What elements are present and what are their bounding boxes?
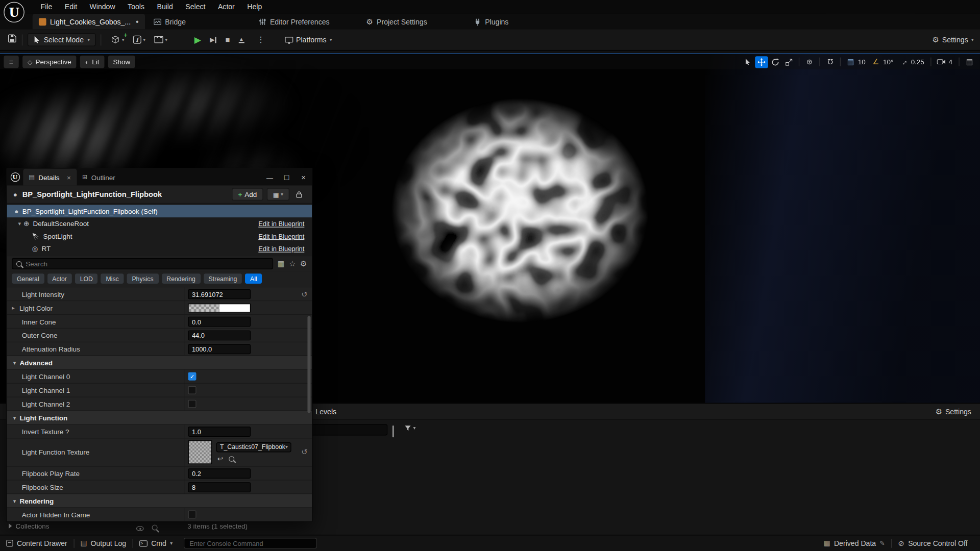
filter-all[interactable]: All: [245, 273, 262, 284]
grid-sn ap-toggle[interactable]: ▦: [844, 56, 857, 68]
tab-bridge[interactable]: Bridge: [148, 14, 192, 30]
rotation-snap-value[interactable]: 10°: [883, 58, 893, 66]
menu-actor[interactable]: Actor: [212, 3, 241, 11]
save-button[interactable]: [8, 34, 17, 45]
play-button[interactable]: ▶: [194, 35, 201, 45]
texture-thumbnail[interactable]: [188, 440, 212, 464]
add-component-button[interactable]: + Add: [232, 188, 263, 201]
camera-speed-button[interactable]: [935, 56, 948, 68]
texture-asset-combo[interactable]: T_Caustics07_Flipbook ▾: [216, 442, 291, 452]
settings-dropdown[interactable]: ⚙ Settings ▾: [933, 35, 974, 44]
select-mode-dropdown[interactable]: Select Mode ▾: [28, 33, 95, 46]
viewport-options-button[interactable]: ≡: [4, 56, 18, 68]
favorites-star-icon[interactable]: ☆: [289, 259, 296, 268]
attenuation-radius-input[interactable]: [188, 344, 251, 354]
search-icon[interactable]: [152, 524, 158, 532]
flipbook-play-rate-input[interactable]: [188, 468, 251, 479]
show-dropdown[interactable]: Show: [108, 56, 135, 68]
eject-button[interactable]: ▲: [238, 37, 244, 43]
browse-to-asset-icon[interactable]: [229, 456, 234, 461]
levels-settings-button[interactable]: ⚙ Settings: [936, 404, 971, 420]
category-advanced[interactable]: ▾ Advanced: [7, 356, 312, 370]
tree-row-root-selected[interactable]: ● BP_Sportlight_LightFunction_Flipbook (…: [7, 205, 312, 217]
menu-select[interactable]: Select: [179, 3, 212, 11]
rotation-snap-toggle[interactable]: ∠: [869, 56, 883, 68]
light-channel-1-checkbox[interactable]: ✓: [188, 386, 197, 394]
tree-row-rt[interactable]: ◎ RT Edit in Blueprint: [7, 242, 312, 255]
derived-data-button[interactable]: ▦ Derived Data ✎: [818, 535, 891, 551]
filter-rendering[interactable]: Rendering: [162, 273, 201, 284]
details-close-button[interactable]: ×: [295, 169, 312, 186]
asset-view-options-button[interactable]: ▦ ▾: [267, 188, 289, 201]
scale-snap-value[interactable]: 0.25: [911, 58, 924, 66]
collections-section[interactable]: Collections: [9, 522, 49, 530]
move-tool-button[interactable]: [755, 56, 768, 68]
expander-right-icon[interactable]: ▸: [12, 305, 19, 311]
camera-speed-value[interactable]: 4: [949, 58, 953, 66]
menu-file[interactable]: File: [34, 3, 58, 11]
cinematics-button[interactable]: ▾: [154, 36, 167, 43]
tab-details[interactable]: ▤ Details ×: [23, 169, 77, 186]
world-space-toggle[interactable]: ⊕: [803, 56, 816, 68]
tab-level-active[interactable]: Light_Cookies_Gobos_... •: [33, 14, 145, 30]
levels-filter-button[interactable]: ▾: [404, 425, 415, 432]
console-command-input[interactable]: [184, 538, 317, 548]
details-search-box[interactable]: [12, 258, 273, 269]
filter-physics[interactable]: Physics: [127, 273, 159, 284]
details-minimize-button[interactable]: —: [261, 169, 278, 186]
details-search-input[interactable]: [26, 260, 268, 267]
tree-row-scene-root[interactable]: ▾ ⊕ DefaultSceneRoot Edit in Blueprint: [7, 217, 312, 230]
platforms-dropdown[interactable]: Platforms ▾: [285, 36, 332, 43]
frame-skip-button[interactable]: ▶: [210, 36, 216, 43]
filter-lod[interactable]: LOD: [75, 273, 98, 284]
eye-icon[interactable]: [136, 525, 144, 533]
reset-to-default-icon[interactable]: ↺: [297, 290, 312, 298]
levels-search-input[interactable]: [312, 426, 387, 436]
category-rendering[interactable]: ▾ Rendering: [7, 494, 312, 508]
tab-editor-preferences[interactable]: Editor Preferences: [253, 14, 336, 30]
tab-plugins[interactable]: Plugins: [468, 14, 515, 30]
light-color-swatch[interactable]: [188, 303, 251, 312]
saved-search-icon[interactable]: [393, 426, 394, 437]
details-scrollbar-thumb[interactable]: [307, 316, 310, 413]
menu-tools[interactable]: Tools: [121, 3, 151, 11]
filter-misc[interactable]: Misc: [101, 273, 124, 284]
actor-hidden-checkbox[interactable]: ✓: [188, 510, 197, 518]
reset-to-default-icon[interactable]: ↺: [297, 448, 312, 457]
invert-texture-input[interactable]: [188, 427, 251, 437]
quick-add-button[interactable]: + ▾: [111, 35, 125, 44]
select-tool-button[interactable]: [741, 56, 754, 68]
expander-down-icon[interactable]: ▾: [18, 220, 21, 227]
rotate-tool-button[interactable]: [769, 56, 782, 68]
view-mode-dropdown[interactable]: ◐ Lit: [80, 56, 104, 68]
play-options-kebab-icon[interactable]: ⋮: [257, 35, 265, 44]
scale-snap-toggle[interactable]: ↔: [897, 56, 911, 68]
scale-tool-button[interactable]: [782, 56, 796, 68]
outer-cone-input[interactable]: [188, 330, 251, 340]
menu-edit[interactable]: Edit: [59, 3, 84, 11]
display-options-icon[interactable]: ▦: [278, 259, 285, 268]
light-channel-0-checkbox[interactable]: ✓: [188, 372, 197, 381]
source-control-button[interactable]: ⊘ Source Control Off: [892, 535, 974, 551]
menu-window[interactable]: Window: [83, 3, 121, 11]
details-window-titlebar[interactable]: U ▤ Details × ⊞ Outliner — ☐ ×: [7, 169, 312, 186]
menu-help[interactable]: Help: [241, 3, 268, 11]
use-selected-asset-icon[interactable]: ↩: [217, 455, 223, 463]
flipbook-size-input[interactable]: [188, 482, 251, 492]
edit-in-blueprint-link[interactable]: Edit in Blueprint: [258, 233, 304, 240]
edit-in-blueprint-link[interactable]: Edit in Blueprint: [258, 245, 304, 253]
content-drawer-button[interactable]: Content Drawer: [0, 535, 74, 551]
details-maximize-button[interactable]: ☐: [278, 169, 295, 186]
light-channel-2-checkbox[interactable]: ✓: [188, 400, 197, 408]
details-settings-gear-icon[interactable]: ⚙: [300, 259, 307, 268]
blueprints-button[interactable]: f ▾: [133, 36, 146, 44]
output-log-button[interactable]: ▤ Output Log: [74, 535, 132, 551]
inner-cone-input[interactable]: [188, 316, 251, 327]
stop-button[interactable]: ■: [225, 35, 230, 44]
light-intensity-input[interactable]: [188, 289, 251, 299]
close-tab-icon[interactable]: ×: [67, 173, 71, 181]
lock-details-button[interactable]: [292, 190, 306, 198]
tree-row-spotlight[interactable]: SpotLight Edit in Blueprint: [7, 230, 312, 242]
grid-snap-value[interactable]: 10: [858, 58, 866, 66]
category-light-function[interactable]: ▾ Light Function: [7, 411, 312, 425]
